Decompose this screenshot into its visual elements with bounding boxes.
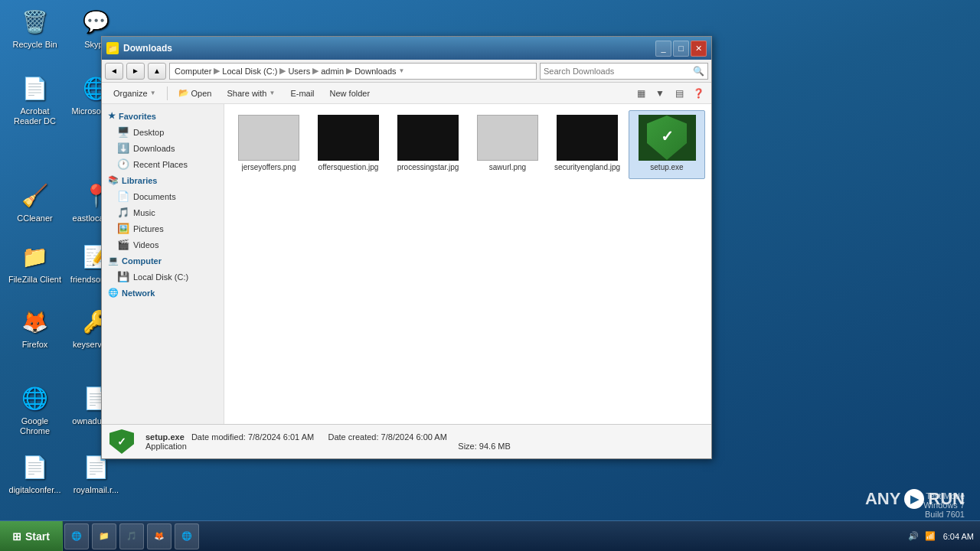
forward-button[interactable]: ► <box>126 63 145 80</box>
recycle-bin-icon: 🗑️ <box>20 6 51 37</box>
nav-documents[interactable]: 📄 Documents <box>102 188 224 204</box>
path-localdisk[interactable]: Local Disk (C:) <box>222 67 277 76</box>
test-mode-badge: Test Mode Windows 7 Build 7601 <box>923 491 965 519</box>
desktop: 🗑️ Recycle Bin 💬 Skype 📄 Acrobat Reader … <box>0 0 980 551</box>
desktop-icon-nav: 🖥️ <box>117 126 129 138</box>
start-button[interactable]: ⊞ Start <box>0 521 63 552</box>
search-icon[interactable]: 🔍 <box>693 66 704 77</box>
close-button[interactable]: ✕ <box>691 41 707 57</box>
ie-icon: 🌐 <box>71 531 82 541</box>
jerseyoffers-thumbnail <box>238 115 299 161</box>
taskbar-ie-button[interactable]: 🌐 <box>64 523 89 549</box>
status-info: setup.exe Date modified: 7/8/2024 6:01 A… <box>145 432 511 451</box>
new-folder-button[interactable]: New folder <box>323 85 377 102</box>
help-button[interactable]: ❓ <box>690 85 707 102</box>
path-computer[interactable]: Computer <box>175 67 211 76</box>
file-item-jerseyoffers[interactable]: jerseyoffers.png <box>230 110 307 179</box>
jerseyoffers-label: jerseyoffers.png <box>242 163 296 172</box>
restore-button[interactable]: □ <box>673 41 689 57</box>
desktop-icon-recycle-bin[interactable]: 🗑️ Recycle Bin <box>6 6 64 50</box>
nav-desktop[interactable]: 🖥️ Desktop <box>102 124 224 140</box>
search-box[interactable]: 🔍 <box>540 63 708 80</box>
network-header[interactable]: 🌐 Network <box>102 285 224 301</box>
status-bar: ✓ setup.exe Date modified: 7/8/2024 6:01… <box>102 424 711 458</box>
securityengland-label: securityengland.jpg <box>554 163 620 172</box>
email-button[interactable]: E-mail <box>283 85 321 102</box>
file-item-offersquestion[interactable]: offersquestion.jpg <box>310 110 387 179</box>
path-users[interactable]: Users <box>288 67 310 76</box>
up-button[interactable]: ▲ <box>148 63 166 80</box>
file-item-processingstar[interactable]: processingstar.jpg <box>390 110 466 179</box>
pictures-icon: 🖼️ <box>117 223 129 234</box>
videos-icon: 🎬 <box>117 239 129 250</box>
local-disk-icon: 💾 <box>117 271 129 282</box>
minimize-button[interactable]: _ <box>655 41 671 57</box>
sawurl-thumbnail <box>477 115 538 161</box>
anyrun-play-icon: ▶ <box>904 489 924 509</box>
taskbar-firefox-button[interactable]: 🦊 <box>147 523 172 549</box>
sawurl-label: sawurl.png <box>489 163 526 172</box>
taskbar: ⊞ Start 🌐 📁 🎵 🦊 🌐 🔊 📶 6:04 AM <box>0 520 980 551</box>
documents-icon: 📄 <box>117 191 129 202</box>
file-item-sawurl[interactable]: sawurl.png <box>469 110 546 179</box>
desktop-icon-acrobat[interactable]: 📄 Acrobat Reader DC <box>6 73 64 126</box>
search-input[interactable] <box>544 67 691 76</box>
organize-button[interactable]: Organize ▼ <box>106 85 163 102</box>
filezilla-label: FileZilla Client <box>6 275 64 285</box>
window-icon: 📁 <box>106 42 119 54</box>
skype-icon: 💬 <box>81 6 112 37</box>
nav-music[interactable]: 🎵 Music <box>102 204 224 220</box>
nav-downloads[interactable]: ⬇️ Downloads <box>102 140 224 156</box>
window-controls: _ □ ✕ <box>655 41 707 57</box>
anyrun-text: ANY <box>865 489 900 509</box>
libraries-header[interactable]: 📚 Libraries <box>102 172 224 188</box>
chrome-label: Google Chrome <box>6 416 64 436</box>
view-small-button[interactable]: ▦ <box>632 85 649 102</box>
nav-recent-places[interactable]: 🕐 Recent Places <box>102 156 224 172</box>
chrome-icon: 🌐 <box>20 383 51 413</box>
desktop-icon-firefox[interactable]: 🦊 Firefox <box>6 306 64 350</box>
firefox-icon: 🦊 <box>20 306 51 337</box>
address-bar: ◄ ► ▲ Computer ▶ Local Disk (C:) ▶ Users… <box>102 60 711 83</box>
file-item-setup-exe[interactable]: ✓ setup.exe <box>629 110 705 179</box>
desktop-icon-digitalconf[interactable]: 📄 digitalconfer... <box>6 452 64 495</box>
media-icon: 🎵 <box>126 531 137 541</box>
offersquestion-label: offersquestion.jpg <box>318 163 379 172</box>
volume-icon[interactable]: 🔊 <box>908 531 919 541</box>
toolbar-right: ▦ ▼ ▤ ❓ <box>632 85 707 102</box>
nav-videos[interactable]: 🎬 Videos <box>102 236 224 253</box>
title-bar: 📁 Downloads _ □ ✕ <box>102 37 711 60</box>
taskbar-clock[interactable]: 6:04 AM <box>943 532 980 541</box>
desktop-icon-chrome[interactable]: 🌐 Google Chrome <box>6 383 64 436</box>
offersquestion-thumbnail <box>318 115 379 161</box>
path-downloads[interactable]: Downloads <box>354 67 396 76</box>
desktop-icon-ccleaner[interactable]: 🧹 CCleaner <box>6 180 64 223</box>
status-shield-icon: ✓ <box>109 429 134 454</box>
taskbar-media-button[interactable]: 🎵 <box>119 523 144 549</box>
back-button[interactable]: ◄ <box>105 63 123 80</box>
taskbar-items: 🌐 📁 🎵 🦊 🌐 <box>63 521 900 552</box>
nav-panel: ★ Favorites 🖥️ Desktop ⬇️ Downloads 🕐 Re… <box>102 104 224 424</box>
taskbar-explorer-button[interactable]: 📁 <box>92 523 116 549</box>
computer-header[interactable]: 💻 Computer <box>102 253 224 269</box>
share-with-button[interactable]: Share with ▼ <box>220 85 282 102</box>
digitalconf-icon: 📄 <box>20 452 51 482</box>
network-tray-icon[interactable]: 📶 <box>925 531 936 541</box>
view-list-button[interactable]: ▼ <box>652 85 668 102</box>
open-button[interactable]: 📂 Open <box>172 85 219 102</box>
view-details-button[interactable]: ▤ <box>671 85 688 102</box>
start-icon: ⊞ <box>12 530 21 543</box>
content-area: ★ Favorites 🖥️ Desktop ⬇️ Downloads 🕐 Re… <box>102 104 711 424</box>
favorites-header[interactable]: ★ Favorites <box>102 108 224 124</box>
firefox-tb-icon: 🦊 <box>154 531 165 541</box>
nav-pictures[interactable]: 🖼️ Pictures <box>102 220 224 236</box>
file-item-securityengland[interactable]: securityengland.jpg <box>549 110 626 179</box>
address-path[interactable]: Computer ▶ Local Disk (C:) ▶ Users ▶ adm… <box>169 63 537 80</box>
downloads-icon: ⬇️ <box>117 142 129 154</box>
file-view: jerseyoffers.png offersquestion.jpg proc… <box>224 104 711 424</box>
taskbar-ie2-button[interactable]: 🌐 <box>175 523 199 549</box>
nav-local-disk[interactable]: 💾 Local Disk (C:) <box>102 269 224 285</box>
desktop-icon-filezilla[interactable]: 📁 FileZilla Client <box>6 241 64 285</box>
path-admin[interactable]: admin <box>321 67 344 76</box>
ccleaner-icon: 🧹 <box>20 180 51 210</box>
